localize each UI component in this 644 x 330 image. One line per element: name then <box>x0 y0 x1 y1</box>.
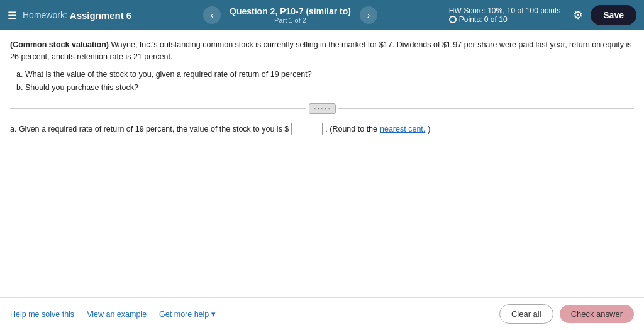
view-example-button[interactable]: View an example <box>87 310 147 319</box>
assignment-title: Assignment 6 <box>70 10 131 21</box>
sub-question-b: b. Should you purchase this stock? <box>16 81 634 94</box>
footer-left: Help me solve this View an example Get m… <box>10 309 216 319</box>
divider-handle[interactable]: · · · · · <box>309 103 336 114</box>
answer-section: a. Given a required rate of return of 19… <box>10 123 634 135</box>
score-info: HW Score: 10%, 10 of 100 points Points: … <box>449 6 560 24</box>
sub-question-a: a. What is the value of the stock to you… <box>16 68 634 81</box>
answer-row: a. Given a required rate of return of 19… <box>10 123 634 135</box>
answer-prefix: a. Given a required rate of return of 19… <box>10 125 289 134</box>
problem-statement: (Common stock valuation) Wayne, Inc.'s o… <box>10 39 634 63</box>
nearest-cent-link[interactable]: nearest cent. <box>380 125 425 134</box>
points-score: Points: 0 of 10 <box>449 15 508 24</box>
footer: Help me solve this View an example Get m… <box>0 297 644 330</box>
score-circle-icon <box>449 16 457 23</box>
question-title: Question 2, P10-7 (similar to) <box>230 6 351 16</box>
hw-score: HW Score: 10%, 10 of 100 points <box>449 6 560 15</box>
answer-suffix: . (Round to the <box>325 125 377 134</box>
get-more-help-button[interactable]: Get more help ▾ <box>159 309 216 319</box>
answer-close-paren: ) <box>428 125 430 134</box>
header: ☰ Homework: Assignment 6 ‹ Question 2, P… <box>0 0 644 30</box>
prev-question-button[interactable]: ‹ <box>203 6 221 24</box>
homework-label: Homework: <box>23 10 67 20</box>
question-part: Part 1 of 2 <box>230 16 351 24</box>
divider: · · · · · <box>10 103 634 114</box>
question-info: Question 2, P10-7 (similar to) Part 1 of… <box>230 6 351 24</box>
check-answer-button[interactable]: Check answer <box>560 305 634 323</box>
question-navigation: ‹ Question 2, P10-7 (similar to) Part 1 … <box>203 6 377 24</box>
sub-questions: a. What is the value of the stock to you… <box>16 68 634 95</box>
divider-line-left <box>10 108 306 109</box>
answer-input[interactable] <box>291 123 323 135</box>
save-button[interactable]: Save <box>591 5 636 25</box>
settings-button[interactable]: ⚙ <box>573 8 583 22</box>
footer-right: Clear all Check answer <box>499 304 634 324</box>
next-question-button[interactable]: › <box>360 6 377 24</box>
divider-line-right <box>338 108 635 109</box>
help-me-solve-button[interactable]: Help me solve this <box>10 310 74 319</box>
main-content: (Common stock valuation) Wayne, Inc.'s o… <box>0 30 644 297</box>
clear-all-button[interactable]: Clear all <box>499 304 553 324</box>
menu-icon[interactable]: ☰ <box>8 9 16 21</box>
problem-label: (Common stock valuation) <box>10 40 109 49</box>
